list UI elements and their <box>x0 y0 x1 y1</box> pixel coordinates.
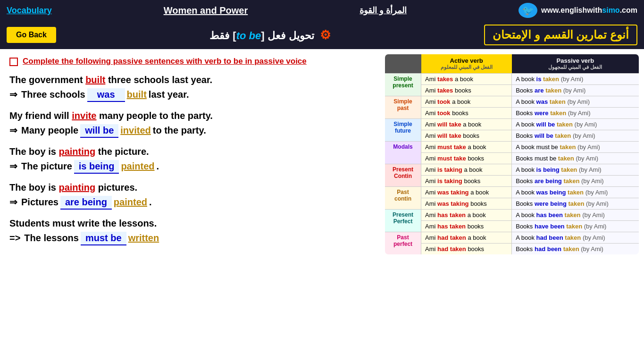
active-sf-2: Ami will take books <box>421 130 512 142</box>
active-sp-1: Ami takes a book <box>421 74 512 85</box>
pp-written: written <box>128 233 159 244</box>
passive-header-label: Passive verb <box>557 57 594 64</box>
passive-pperf-2: Books had been taken (by Ami) <box>512 244 639 255</box>
gear-icon: ⚙ <box>320 28 331 42</box>
active-pperf-1: Ami had taken a book <box>421 232 512 244</box>
go-back-button[interactable]: Go Back <box>7 27 56 43</box>
page-title: Women and Power <box>164 5 248 16</box>
active-verb-header: Active verb الفعل في المبني للمعلوم <box>421 54 512 74</box>
table-row-modals-1: Modals Ami must take a book A book must … <box>385 142 639 153</box>
arrow-3: ⇒ <box>9 160 17 172</box>
table-row-present-perfect-2: Ami has taken books Books have been take… <box>385 221 639 232</box>
tense-present-contin: PresentContin <box>385 164 421 187</box>
passive-pcon-1: A book was being taken (by Ami) <box>512 187 639 198</box>
pp-painted-1: painted <box>121 161 154 172</box>
right-panel: Active verb الفعل في المبني للمعلوم Pass… <box>380 49 644 362</box>
website-url: www.englishwithsimo.com <box>541 6 637 15</box>
active-mod-2: Ami must take books <box>421 153 512 164</box>
active-header-label: Active verb <box>450 57 483 64</box>
exercise-1: The government built three schools last … <box>9 75 370 102</box>
sentence-2: My friend will invite many people to the… <box>9 110 370 121</box>
table-row-simple-present-1: Simplepresent Ami takes a book A book is… <box>385 74 639 85</box>
passive-sp-1: A book is taken (by Ami) <box>512 74 639 85</box>
table-row-present-contin-2: Ami is taking books Books are being take… <box>385 176 639 187</box>
passive-verb-header: Passive verb الفعل في المبني للمجهول <box>512 54 639 74</box>
website-info: 🐦 www.englishwithsimo.com <box>519 3 637 18</box>
tense-past-perfect: Pastperfect <box>385 232 421 255</box>
passive-pp-1: A book has been taken (by Ami) <box>512 210 639 221</box>
table-row-past-contin-1: Pastcontin Ami was taking a book A book … <box>385 187 639 198</box>
exercise-2: My friend will invite many people to the… <box>9 110 370 138</box>
tense-modals: Modals <box>385 142 421 164</box>
tense-simple-future: Simplefuture <box>385 119 421 142</box>
active-spt-2: Ami took books <box>421 108 512 119</box>
table-row-simple-future-1: Simplefuture Ami will take a book A book… <box>385 119 639 130</box>
verb-painting-2: painting <box>59 182 95 193</box>
answer-2: ⇒ Many people will be invited to the par… <box>9 124 370 138</box>
active-sp-2: Ami takes books <box>421 85 512 96</box>
blank-is-being: is being <box>74 160 119 174</box>
exercise-4: The boy is painting pictures. ⇒ Pictures… <box>9 182 370 210</box>
blank-must-be: must be <box>81 232 126 245</box>
table-row-simple-future-2: Ami will take books Books will be taken … <box>385 130 639 142</box>
table-row-modals-2: Ami must take books Books must be taken … <box>385 153 639 164</box>
table-row-past-perfect-2: Ami had taken books Books had been taken… <box>385 244 639 255</box>
answer-4: ⇒ Pictures are being painted. <box>9 196 370 210</box>
table-row-simple-past-2: Ami took books Books were taken (by Ami) <box>385 108 639 119</box>
answer-1: ⇒ Three schools was built last year. <box>9 88 370 102</box>
passive-pcon-2: Books were being taken (by Ami) <box>512 198 639 210</box>
passive-spt-1: A book was taken (by Ami) <box>512 96 639 108</box>
vocab-link[interactable]: Vocabulary <box>7 6 52 16</box>
table-row-past-perfect-1: Pastperfect Ami had taken a book A book … <box>385 232 639 244</box>
pp-built: built <box>127 89 147 100</box>
main-section-title: أنوع تمارين القسم و الإمتحان <box>484 25 637 45</box>
verb-built: built <box>85 75 105 85</box>
main-content: Complete the following passive sentences… <box>0 49 644 362</box>
subtitle-arabic: ⚙ تحويل فعل [to be] فقط <box>64 28 477 42</box>
table-row-present-contin-1: PresentContin Ami is taking a book A boo… <box>385 164 639 176</box>
arrow-2: ⇒ <box>9 125 17 136</box>
answer-5: => The lessons must be written <box>9 232 370 245</box>
sentence-3: The boy is painting the picture. <box>9 146 370 157</box>
sentence-5: Students must write the lessons. <box>9 218 370 229</box>
answer-3: ⇒ The picture is being painted. <box>9 160 370 174</box>
exercise-3: The boy is painting the picture. ⇒ The p… <box>9 146 370 174</box>
passive-pc-1: A book is being taken (by Ami) <box>512 164 639 176</box>
active-pp-2: Ami has taken books <box>421 221 512 232</box>
instruction-label: Complete the following passive sentences… <box>23 57 307 66</box>
passive-sf-1: A book will be taken (by Ami) <box>512 119 639 130</box>
blank-will-be: will be <box>80 124 118 138</box>
table-row-simple-present-2: Ami takes books Books are taken (by Ami) <box>385 85 639 96</box>
pp-painted-2: painted <box>114 197 147 208</box>
verb-invite: invite <box>72 110 96 121</box>
topbar: Vocabulary Women and Power المرأة و القو… <box>0 0 644 21</box>
active-pc-1: Ami is taking a book <box>421 164 512 176</box>
tense-present-perfect: PresentPerfect <box>385 210 421 232</box>
passive-spt-2: Books were taken (by Ami) <box>512 108 639 119</box>
sentence-4: The boy is painting pictures. <box>9 182 370 193</box>
blank-are-being: are being <box>60 196 112 210</box>
active-mod-1: Ami must take a book <box>421 142 512 153</box>
table-row-simple-past-1: Simplepast Ami took a book A book was ta… <box>385 96 639 108</box>
active-header-arabic: الفعل في المبني للمعلوم <box>425 64 508 70</box>
passive-sf-2: Books will be taken (by Ami) <box>512 130 639 142</box>
tense-past-contin: Pastcontin <box>385 187 421 210</box>
grammar-table: Active verb الفعل في المبني للمعلوم Pass… <box>385 54 639 255</box>
tense-simple-past: Simplepast <box>385 96 421 119</box>
tense-simple-present: Simplepresent <box>385 74 421 96</box>
active-pcon-1: Ami was taking a book <box>421 187 512 198</box>
left-panel: Complete the following passive sentences… <box>0 49 380 362</box>
arabic-subtitle: المرأة و القوة <box>360 5 407 16</box>
active-pp-1: Ami has taken a book <box>421 210 512 221</box>
checkbox-icon <box>9 58 18 66</box>
pp-invited: invited <box>120 125 151 136</box>
passive-sp-2: Books are taken (by Ami) <box>512 85 639 96</box>
passive-pperf-1: A book had been taken (by Ami) <box>512 232 639 244</box>
blank-was: was <box>87 88 125 102</box>
passive-pc-2: Books are being taken (by Ami) <box>512 176 639 187</box>
exercise-5: Students must write the lessons. => The … <box>9 218 370 245</box>
active-sf-1: Ami will take a book <box>421 119 512 130</box>
twitter-bird-icon: 🐦 <box>519 3 537 18</box>
brand-highlight: simo <box>602 6 619 14</box>
active-pperf-2: Ami had taken books <box>421 244 512 255</box>
